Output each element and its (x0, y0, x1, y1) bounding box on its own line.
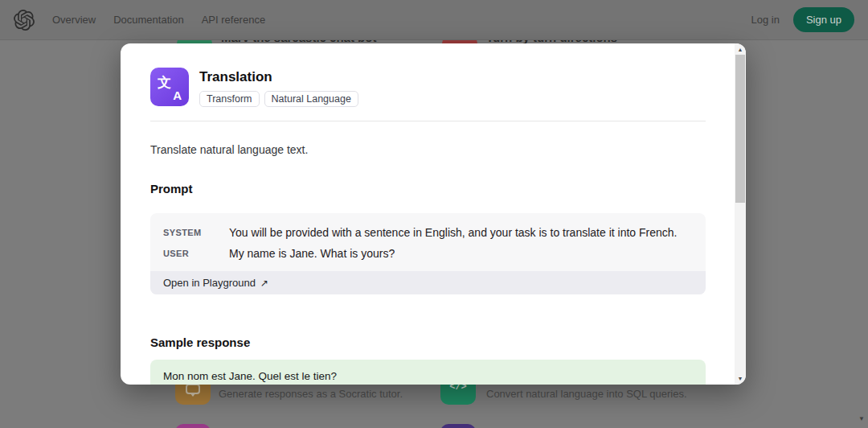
translate-icon-cjk-glyph: 文 (158, 73, 171, 92)
modal-scrollbar-thumb[interactable] (735, 55, 745, 203)
signup-button[interactable]: Sign up (793, 7, 854, 32)
message-content: You will be provided with a sentence in … (229, 226, 693, 239)
message-row: SYSTEM You will be provided with a sente… (150, 213, 706, 241)
peek-card-icon (440, 424, 476, 428)
tag-list: Transform Natural Language (199, 91, 358, 107)
tag-natural-language: Natural Language (264, 91, 358, 107)
translate-icon: 文 A (150, 68, 189, 106)
nav-item-api-reference[interactable]: API reference (202, 14, 266, 26)
nav-item-documentation[interactable]: Documentation (113, 14, 183, 26)
top-nav: Overview Documentation API reference Log… (0, 0, 868, 40)
modal-content: 文 A Translation Transform Natural Langua… (121, 43, 735, 385)
open-in-playground-label: Open in Playground (163, 277, 256, 289)
tag-transform: Transform (199, 91, 260, 107)
sample-response-box: Mon nom est Jane. Quel est le tien? (150, 360, 706, 385)
openai-logo-icon[interactable] (14, 10, 35, 31)
prompt-heading: Prompt (150, 182, 706, 195)
modal-scrollbar[interactable]: ▲ ▼ (735, 43, 746, 385)
message-content: My name is Jane. What is yours? (229, 247, 693, 260)
divider (150, 121, 706, 121)
translate-icon-latin-glyph: A (173, 88, 182, 102)
sample-response-text: Mon nom est Jane. Quel est le tien? (163, 370, 337, 382)
modal-title: Translation (199, 69, 358, 85)
login-link[interactable]: Log in (751, 14, 779, 26)
background-card-description: Generate responses as a Socratic tutor. (219, 388, 403, 400)
speech-bubble-icon (186, 384, 200, 394)
sample-response-heading: Sample response (150, 335, 706, 349)
page-scrollbar-down-arrow[interactable]: ▼ (858, 415, 865, 422)
example-detail-modal: 文 A Translation Transform Natural Langua… (121, 43, 746, 385)
message-row: USER My name is Jane. What is yours? (150, 241, 706, 261)
message-role: SYSTEM (163, 226, 229, 239)
peek-card-icon (175, 424, 211, 428)
external-link-icon: ↗ (260, 278, 268, 289)
nav-item-overview[interactable]: Overview (52, 14, 96, 26)
modal-header: 文 A Translation Transform Natural Langua… (150, 68, 706, 107)
background-card-description: Convert natural language into SQL querie… (486, 388, 687, 400)
message-role: USER (163, 247, 229, 260)
example-description: Translate natural language text. (150, 143, 706, 156)
prompt-box: SYSTEM You will be provided with a sente… (150, 213, 706, 294)
open-in-playground-link[interactable]: Open in Playground ↗ (150, 271, 706, 294)
